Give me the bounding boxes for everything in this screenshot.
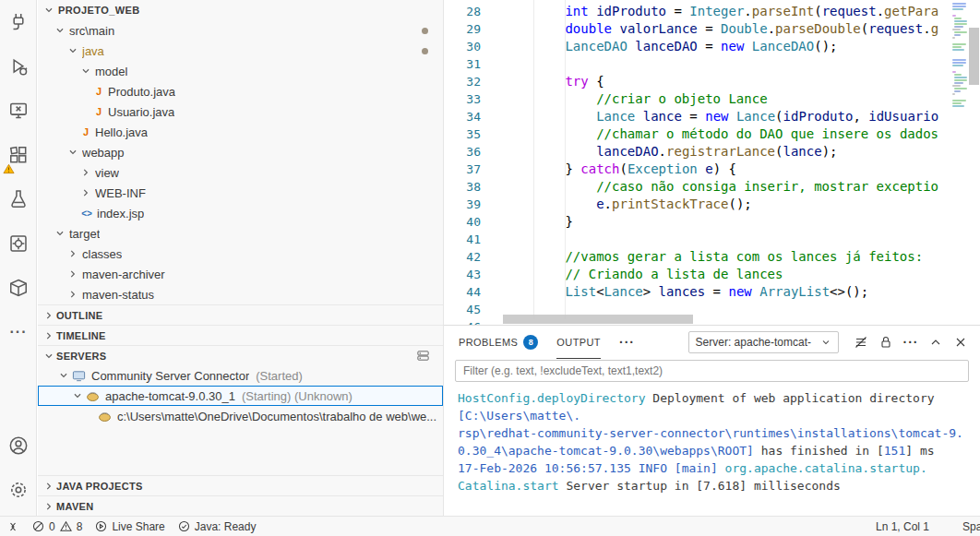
tree-item[interactable]: JUsuario.java [38, 101, 443, 122]
line-number: 46 [444, 318, 481, 325]
tab-problems[interactable]: PROBLEMS 8 [459, 326, 538, 359]
tree-item[interactable]: model [38, 61, 443, 81]
code-line[interactable]: 42 //vamos gerar a lista com os lances j… [444, 248, 980, 266]
maximize-panel-icon[interactable] [926, 332, 946, 352]
extensions-icon[interactable] [0, 133, 37, 177]
code-line[interactable]: 29 double valorLance = Double.parseDoubl… [444, 20, 980, 38]
code-line[interactable]: 40 } [444, 213, 980, 231]
code-line[interactable]: 34 Lance lance = new Lance(idProduto, id… [444, 108, 980, 125]
more-views-icon[interactable]: ··· [0, 310, 37, 354]
chevron-right-icon [66, 267, 80, 281]
code-editor[interactable]: 28 int idProduto = Integer.parseInt(requ… [444, 0, 980, 325]
package-explorer-icon[interactable] [0, 266, 37, 310]
code-line[interactable]: 43 // Criando a lista de lances [444, 266, 980, 283]
tree-item[interactable]: classes [38, 244, 443, 264]
code-line[interactable]: 38 //caso não consiga inserir, mostrar e… [444, 178, 980, 196]
code-text: //criar o objeto Lance [503, 90, 768, 108]
cursor-position[interactable]: Ln 1, Col 1 [869, 517, 936, 536]
line-number: 43 [444, 266, 481, 283]
tab-label: OUTPUT [556, 337, 601, 348]
chevron-right-icon [42, 308, 56, 323]
tree-item[interactable]: JHello.java [38, 122, 443, 142]
more-tabs-icon[interactable]: ··· [619, 335, 635, 350]
tab-output[interactable]: OUTPUT [556, 326, 601, 359]
tab-label: PROBLEMS [459, 337, 518, 348]
server-tree-item[interactable]: c:\Users\matte\OneDrive\Documentos\traba… [38, 406, 443, 426]
testing-beaker-icon[interactable] [0, 177, 37, 221]
tree-item[interactable]: maven-status [38, 284, 443, 304]
tree-item[interactable]: webapp [38, 142, 443, 162]
line-number: 29 [444, 20, 481, 38]
server-actions-icon[interactable] [416, 349, 430, 363]
code-line[interactable]: 32 try { [444, 73, 980, 90]
tree-item[interactable]: java [38, 41, 443, 61]
line-number: 32 [444, 73, 481, 90]
lock-scroll-icon[interactable] [876, 332, 896, 352]
explorer-tree: PROJETO_WEBsrc\mainjavamodelJProduto.jav… [38, 0, 443, 304]
server-tree-item[interactable]: apache-tomcat-9.0.30_1(Starting) (Unknow… [38, 386, 443, 406]
tree-item[interactable]: <>index.jsp [38, 203, 443, 223]
tree-item-label: java [82, 44, 104, 58]
code-text: lanceDAO.registrarLance(lance); [503, 143, 838, 161]
close-panel-icon[interactable] [950, 332, 971, 352]
line-number: 40 [444, 213, 481, 231]
line-number: 28 [444, 3, 481, 20]
chevron-right-icon [66, 246, 80, 261]
section-servers[interactable]: SERVERS [38, 345, 443, 365]
tree-item[interactable]: WEB-INF [38, 183, 443, 203]
section-label: OUTLINE [56, 310, 102, 321]
code-line[interactable]: 28 int idProduto = Integer.parseInt(requ… [444, 3, 980, 20]
java-status[interactable]: Java: Ready [172, 517, 263, 536]
code-line[interactable]: 36 lanceDAO.registrarLance(lance); [444, 143, 980, 161]
tree-item-label: Hello.java [95, 125, 148, 139]
problems-status[interactable]: 0 8 [26, 517, 89, 536]
code-text: List<Lance> lances = new ArrayList<>(); [503, 283, 868, 301]
dashboard-icon[interactable] [0, 221, 37, 266]
minimap[interactable] [950, 3, 966, 115]
code-line[interactable]: 33 //criar o objeto Lance [444, 90, 980, 108]
code-line[interactable]: 44 List<Lance> lances = new ArrayList<>(… [444, 283, 980, 301]
tree-item-label: maven-archiver [82, 268, 165, 281]
tree-item[interactable]: maven-archiver [38, 264, 443, 284]
code-text: //caso não consiga inserir, mostrar exce… [503, 178, 938, 196]
section-label: MAVEN [56, 501, 93, 512]
tree-item[interactable]: view [38, 162, 443, 183]
server-item-label: Community Server Connector [91, 369, 249, 383]
code-text: //chamar o método do DAO que insere os d… [503, 125, 938, 143]
panel-more-actions-icon[interactable]: ··· [901, 332, 921, 352]
code-line[interactable]: 31 [444, 55, 980, 73]
tree-item[interactable]: target [38, 223, 443, 244]
tree-item[interactable]: JProduto.java [38, 81, 443, 101]
clear-output-icon[interactable] [851, 332, 871, 352]
code-line[interactable]: 30 LanceDAO lanceDAO = new LanceDAO(); [444, 38, 980, 55]
remote-display-icon[interactable] [0, 89, 37, 133]
live-share-status[interactable]: Live Share [89, 517, 171, 536]
tree-item[interactable]: src\main [38, 20, 443, 41]
line-number: 41 [444, 231, 481, 248]
vertical-scrollbar-thumb[interactable] [969, 28, 979, 85]
remote-indicator[interactable] [0, 517, 26, 536]
chevron-down-icon [66, 145, 80, 160]
code-line[interactable]: 35 //chamar o método do DAO que insere o… [444, 125, 980, 143]
tree-item[interactable]: PROJETO_WEB [38, 0, 443, 20]
line-number: 34 [444, 108, 481, 125]
section-java-projects[interactable]: JAVA PROJECTS [38, 475, 443, 495]
account-icon[interactable] [0, 423, 37, 468]
code-line[interactable]: 39 e.printStackTrace(); [444, 196, 980, 213]
section-maven[interactable]: MAVEN [38, 495, 443, 516]
run-debug-icon[interactable] [0, 44, 37, 89]
horizontal-scrollbar-thumb[interactable] [503, 315, 693, 324]
section-outline[interactable]: OUTLINE [38, 304, 443, 325]
remote-plug-icon[interactable] [0, 0, 37, 44]
indentation-setting[interactable]: Spaces: 4 [956, 517, 980, 536]
log-line: [C:\Users\matte\. [458, 407, 980, 424]
output-filter-input[interactable] [455, 360, 969, 382]
chevron-down-icon [820, 337, 831, 348]
output-channel-selector[interactable]: Server: apache-tomcat- [688, 331, 839, 353]
code-line[interactable]: 37 } catch(Exception e) { [444, 161, 980, 178]
server-tree-item[interactable]: Community Server Connector(Started) [38, 365, 443, 386]
section-timeline[interactable]: TIMELINE [38, 325, 443, 345]
code-line[interactable]: 41 [444, 231, 980, 248]
vertical-scrollbar[interactable] [967, 0, 980, 325]
settings-gear-icon[interactable] [0, 468, 37, 512]
